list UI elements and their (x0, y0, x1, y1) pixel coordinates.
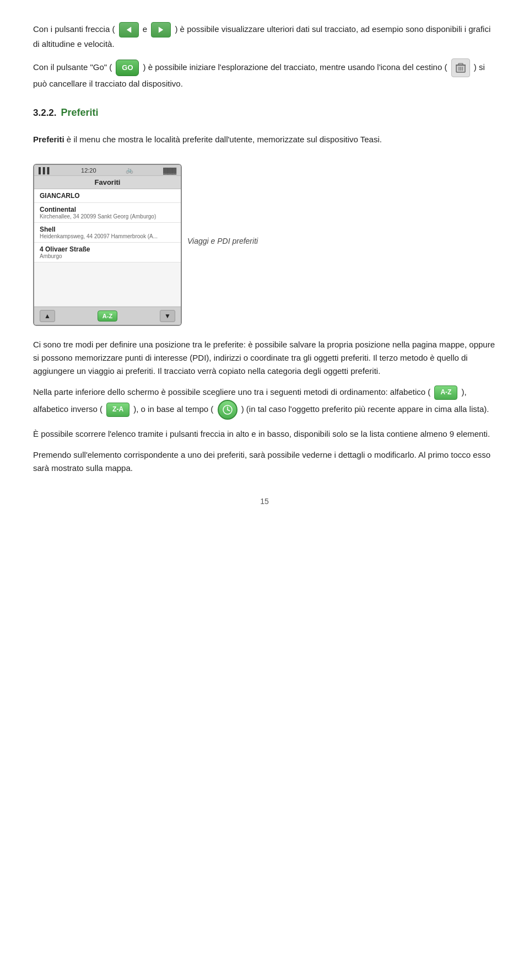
p4-mid2: ), o in base al tempo ( (133, 404, 213, 414)
item-sub-olivaer: Amburgo (40, 253, 175, 259)
p1-text-before: i pulsanti freccia ( (51, 24, 115, 34)
device-caption: Viaggi e PDI preferiti (187, 237, 258, 245)
device-empty-area (34, 263, 181, 307)
section-title: Preferiti (61, 107, 99, 119)
svg-marker-0 (126, 26, 131, 33)
sort-time-button[interactable] (218, 400, 237, 420)
device-list: GIANCARLO Continental Kirchenallee, 34 2… (34, 189, 181, 307)
p4-start: Nella parte inferiore dello schermo è po… (33, 387, 430, 397)
device-titlebar: Favoriti (34, 176, 181, 189)
sort-az-inline[interactable]: A-Z (434, 385, 457, 400)
sort-az-button[interactable]: A-Z (98, 310, 117, 322)
svg-line-10 (228, 410, 230, 411)
trash-icon (451, 58, 470, 77)
p2-text-end: ) è possibile iniziare l'esplorazione de… (143, 62, 447, 72)
page-content: Con i pulsanti freccia ( e ) è possibile… (33, 22, 496, 506)
p4-end: ) (in tal caso l'oggetto preferito più r… (241, 404, 489, 414)
item-sub-continental: Kirchenallee, 34 20099 Sankt Georg (Ambu… (40, 213, 175, 219)
p1-and: e (143, 24, 150, 34)
section-number: 3.2.2. (33, 108, 57, 119)
page-number: 15 (33, 497, 496, 506)
signal-icon: ▌▌▌ (39, 167, 51, 174)
list-item[interactable]: 4 Olivaer Straße Amburgo (34, 243, 181, 263)
device-caption-row: ▌▌▌ 12:20 🚲 ▓▓▓ Favoriti GIANCARLO Conti… (33, 154, 496, 328)
item-title-olivaer: 4 Olivaer Straße (40, 245, 175, 253)
paragraph-1: Con i pulsanti freccia ( e ) è possibile… (33, 22, 496, 51)
paragraph-3: Ci sono tre modi per definire una posizi… (33, 338, 496, 378)
scroll-up-button[interactable]: ▲ (40, 310, 55, 322)
device-statusbar: ▌▌▌ 12:20 🚲 ▓▓▓ (34, 165, 181, 176)
paragraph-2: Con il pulsante "Go" ( GO ) è possibile … (33, 58, 496, 90)
paragraph-5: È possibile scorrere l'elenco tramite i … (33, 427, 496, 441)
section-body-text: è il menu che mostra le località preferi… (64, 135, 382, 144)
list-item[interactable]: GIANCARLO (34, 189, 181, 203)
paragraph-4: Nella parte inferiore dello schermo è po… (33, 385, 496, 420)
device-bottombar: ▲ A-Z ▼ (34, 307, 181, 325)
device-mockup: ▌▌▌ 12:20 🚲 ▓▓▓ Favoriti GIANCARLO Conti… (33, 164, 182, 326)
scroll-down-button[interactable]: ▼ (160, 310, 175, 322)
bike-icon: 🚲 (126, 167, 133, 174)
paragraph-6: Premendo sull'elemento corrispondente a … (33, 448, 496, 475)
item-sub-shell: Heidenkampsweg, 44 20097 Hammerbrook (A.… (40, 233, 175, 239)
p1-con: Con (33, 24, 48, 34)
arrow-right-button[interactable] (151, 22, 171, 38)
list-item[interactable]: Shell Heidenkampsweg, 44 20097 Hammerbro… (34, 223, 181, 243)
arrow-left-button[interactable] (119, 22, 139, 38)
sort-za-inline[interactable]: Z-A (106, 403, 129, 417)
list-item[interactable]: Continental Kirchenallee, 34 20099 Sankt… (34, 203, 181, 223)
item-title-continental: Continental (40, 206, 175, 213)
time-display: 12:20 (81, 167, 96, 174)
item-title-giancarlo: GIANCARLO (40, 192, 175, 200)
section-body: Preferiti è il menu che mostra le locali… (33, 133, 496, 146)
svg-marker-1 (159, 26, 163, 33)
item-title-shell: Shell (40, 226, 175, 233)
p2-con: Con il pulsante "Go" ( (33, 62, 112, 72)
go-button[interactable]: GO (116, 60, 139, 76)
battery-icon: ▓▓▓ (163, 167, 176, 174)
section-heading-row: 3.2.2. Preferiti (33, 101, 496, 126)
section-body-bold: Preferiti (33, 135, 64, 144)
